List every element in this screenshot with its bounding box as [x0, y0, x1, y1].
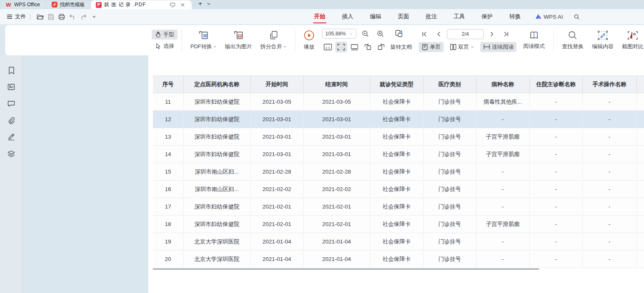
screenshot-compare-button[interactable]: 截图对比 [618, 29, 644, 52]
find-replace-button[interactable]: 查找替换 [558, 29, 588, 52]
fit-width-button[interactable] [349, 42, 360, 52]
tab-docer-templates[interactable]: 找稻壳模板 [47, 1, 90, 8]
tab-active-document[interactable]: P 就 医 记 录 .PDF [91, 0, 192, 9]
fit-page-button[interactable] [335, 42, 347, 52]
screenshot-compare-icon [627, 30, 638, 40]
table-cell: - [529, 128, 582, 146]
hand-tool-button[interactable]: 手型 [152, 30, 177, 40]
tab-label: 就 医 记 录 .PDF [104, 1, 146, 8]
table-cell: 2021-02-28 [250, 163, 303, 181]
table-cell: 13 [153, 128, 183, 146]
divider [553, 30, 554, 51]
column-header: 手术操作名称 [582, 76, 637, 93]
screenshot-compare-label: 截图对比 [622, 43, 644, 50]
close-tab-icon[interactable] [179, 1, 187, 9]
pdf-page[interactable]: 序号定点医药机构名称开始时间结束时间就诊凭证类型医疗类别病种名称住院主诊断名称手… [148, 55, 644, 293]
sidebar-panel[interactable] [23, 55, 148, 293]
column-header: 住院主诊断名称 [529, 76, 582, 93]
menu-search-icon[interactable] [572, 11, 582, 22]
navigation-icon-strip [0, 55, 23, 293]
present-to-screen-icon[interactable] [169, 1, 177, 9]
rotate-doc-button[interactable]: 旋转文档 [390, 43, 412, 51]
ribbon-tab-convert[interactable]: 转换 [501, 9, 529, 24]
table-row: 19北京大学深圳医院2021-01-042021-01-04社会保障卡门诊挂号-… [153, 233, 644, 251]
ribbon-tab-comment[interactable]: 批注 [417, 9, 445, 24]
table-cell: - [529, 233, 582, 251]
table-cell: 深圳市南山区妇... [183, 163, 250, 181]
table-cell: 社会保障卡 [370, 128, 423, 146]
bookmark-icon[interactable] [6, 65, 16, 75]
reading-mode-label: 阅读模式 [523, 42, 545, 50]
pdf-convert-button[interactable]: W PDF转换 [186, 29, 221, 52]
rotate-right-icon[interactable] [375, 42, 387, 52]
wps-ai-button[interactable]: WPS AI [529, 14, 569, 20]
table-cell: 2021-02-28 [303, 163, 370, 181]
redo-icon[interactable] [78, 11, 89, 22]
ribbon-tab-home[interactable]: 开始 [306, 9, 334, 24]
prev-page-icon[interactable] [433, 29, 444, 40]
cursor-icon [155, 43, 161, 49]
undo-icon[interactable] [67, 11, 78, 22]
table-cell: - [582, 216, 637, 233]
table-cell: 17 [153, 198, 183, 216]
hand-tool-label: 手型 [163, 31, 174, 38]
ribbon-tab-tools[interactable]: 工具 [445, 9, 473, 24]
open-file-icon[interactable] [35, 11, 45, 22]
tab-wps-office[interactable]: W WPS Office [1, 1, 45, 8]
quickbar-chevron-icon[interactable] [89, 11, 100, 22]
rotate-left-icon[interactable] [362, 42, 374, 52]
comment-icon[interactable] [6, 99, 16, 109]
table-cell: - [529, 216, 582, 233]
last-page-icon[interactable] [500, 29, 512, 40]
single-page-button[interactable]: 单页 [419, 42, 444, 52]
thumbnail-icon[interactable] [6, 82, 16, 92]
table-cell: 门诊挂号 [423, 128, 476, 146]
pdf-convert-label: PDF转换 [190, 43, 212, 50]
single-page-icon [422, 44, 428, 50]
split-merge-button[interactable]: 拆分合并 [256, 29, 291, 52]
new-tab-button[interactable]: + [197, 0, 204, 7]
rotate-pages-icon[interactable] [394, 28, 405, 39]
continuous-reading-button[interactable]: 连续阅读 [480, 42, 517, 52]
ribbon-tab-edit[interactable]: 编辑 [362, 9, 389, 24]
table-cell: 病毒性其他疾... [476, 93, 529, 111]
table-cell: - [529, 93, 582, 111]
select-tool-button[interactable]: 选择 [152, 41, 177, 51]
table-cell: - [529, 198, 582, 216]
pointer-mode-group: 手型 选择 [152, 30, 177, 51]
page-indicator-value: 2/4 [462, 31, 469, 37]
play-label: 播放 [304, 43, 315, 51]
column-header: 定点医药机构名称 [183, 76, 250, 93]
save-icon[interactable] [45, 11, 56, 22]
page-number-input[interactable]: 2/4 [447, 29, 484, 39]
zoom-out-icon[interactable] [359, 28, 371, 39]
export-image-button[interactable]: 输出为图片 [221, 29, 256, 52]
print-icon[interactable] [56, 11, 67, 22]
tab-list-chevron-icon[interactable] [205, 0, 212, 7]
reading-mode-button[interactable]: 阅读模式 [519, 29, 549, 52]
ribbon-tab-page[interactable]: 页面 [389, 9, 417, 24]
zoom-level-dropdown[interactable]: 105.88% [322, 29, 356, 39]
docer-icon [52, 2, 57, 7]
actual-size-button[interactable]: 1:1 [322, 42, 334, 52]
signature-icon[interactable] [6, 132, 16, 142]
file-menu-button[interactable]: 文件 [7, 13, 26, 20]
first-page-icon[interactable] [419, 29, 430, 40]
double-page-button[interactable]: 双页 [447, 42, 477, 52]
chevron-down-icon [471, 45, 474, 49]
table-cell: - [476, 163, 529, 181]
edit-content-label: 编辑内容 [592, 43, 614, 50]
table-cell: 深圳市妇幼保健院 [183, 93, 250, 111]
layers-icon[interactable] [6, 149, 16, 159]
tab-label: WPS Office [14, 2, 40, 7]
play-button[interactable]: 播放 [300, 28, 319, 52]
zoom-in-icon[interactable] [374, 28, 386, 39]
next-page-icon[interactable] [486, 29, 498, 40]
edit-content-button[interactable]: 编辑内容 [588, 29, 618, 52]
ribbon-tab-protect[interactable]: 保护 [473, 9, 501, 24]
find-replace-icon [568, 30, 578, 40]
ribbon-tab-insert[interactable]: 插入 [334, 9, 362, 24]
attachment-icon[interactable] [6, 115, 16, 125]
split-merge-icon [269, 30, 279, 40]
table-cell: - [582, 233, 637, 251]
